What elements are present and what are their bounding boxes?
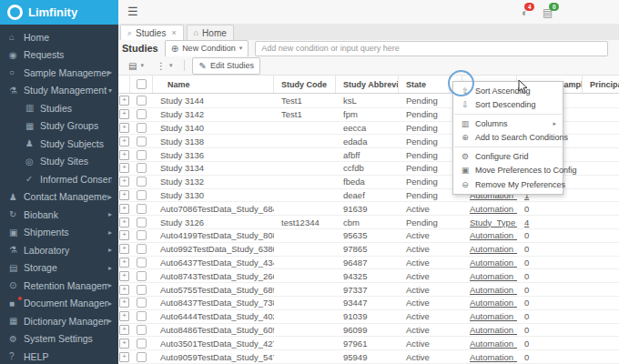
row-checkbox[interactable] <box>137 244 147 254</box>
row-checkbox[interactable] <box>137 339 147 349</box>
menu-item-configure-grid[interactable]: ⚙Configure Grid <box>453 149 563 164</box>
row-expand-icon[interactable]: + <box>119 136 129 147</box>
row-expand-icon[interactable]: + <box>119 150 129 160</box>
row-checkbox[interactable] <box>137 298 147 308</box>
study-type-link[interactable]: Automation_StudyT... <box>470 285 517 295</box>
menu-item-columns[interactable]: ▥Columns▸ <box>453 116 563 131</box>
column-header-name[interactable]: Name <box>153 76 274 93</box>
sidebar-item-laboratory[interactable]: ⚗Laboratory▸ <box>0 241 118 259</box>
menu-item-sort-ascending[interactable]: ⇧Sort Ascending <box>453 84 563 98</box>
menu-item-remove-my-preferences[interactable]: ⊖Remove My Preferences <box>453 177 563 192</box>
planned-samples-value[interactable]: 0 <box>524 258 529 268</box>
planned-samples-value[interactable]: 0 <box>524 311 529 321</box>
column-header-study-code[interactable]: Study Code <box>274 76 336 93</box>
row-expand-icon[interactable]: + <box>119 352 129 362</box>
column-header-principal-investigator[interactable]: Principal Inv <box>583 76 619 93</box>
reports-status-icon[interactable]: ▤ 0 <box>543 6 553 19</box>
column-header-study-abbreviation[interactable]: Study Abbreviation <box>336 76 399 93</box>
planned-samples-value[interactable]: 0 <box>524 285 529 295</box>
study-type-link[interactable]: Automation_StudyT... <box>470 311 517 321</box>
sidebar-item-retention-management[interactable]: ⊙Retention Management▸ <box>0 277 118 295</box>
row-expand-icon[interactable]: + <box>119 325 129 335</box>
row-expand-icon[interactable]: + <box>119 204 129 214</box>
row-checkbox[interactable] <box>137 271 147 281</box>
planned-samples-value[interactable]: 4 <box>524 217 529 228</box>
row-checkbox[interactable] <box>137 177 147 187</box>
row-expand-icon[interactable]: + <box>119 285 129 295</box>
row-expand-icon[interactable]: + <box>119 230 129 240</box>
planned-samples-value[interactable]: 0 <box>524 325 529 335</box>
row-checkbox[interactable] <box>137 109 147 119</box>
planned-samples-value[interactable]: 0 <box>524 298 529 308</box>
hamburger-menu-icon[interactable]: ☰ <box>127 5 138 18</box>
sidebar-item-storage[interactable]: ▤Storage▸ <box>0 259 118 278</box>
row-expand-icon[interactable]: + <box>119 271 129 281</box>
tab-studies[interactable]: ⌕ Studies × <box>120 25 184 40</box>
sidebar-item-dictionary-management[interactable]: ▦Dictionary Management▸ <box>0 312 118 330</box>
report-menu-button[interactable]: ▤ ▾ <box>124 59 148 73</box>
sidebar-item-study-sites[interactable]: ◎Study Sites <box>0 153 118 171</box>
row-checkbox[interactable] <box>137 217 147 228</box>
sidebar-item-study-subjects[interactable]: ♟Study Subjects <box>0 135 118 153</box>
select-all-checkbox-cell[interactable] <box>130 76 153 93</box>
row-checkbox[interactable] <box>137 150 147 160</box>
row-checkbox[interactable] <box>137 190 147 200</box>
study-type-link[interactable]: Automation_StudyT... <box>470 325 517 335</box>
row-expand-icon[interactable]: + <box>119 339 129 349</box>
row-expand-icon[interactable]: + <box>119 123 129 133</box>
row-checkbox[interactable] <box>137 311 147 321</box>
sidebar-item-study-groups[interactable]: ▦Study Groups <box>0 117 118 136</box>
planned-samples-value[interactable]: 0 <box>524 204 529 214</box>
study-type-link[interactable]: Automation_StudyT... <box>470 230 517 240</box>
row-expand-icon[interactable]: + <box>119 177 129 187</box>
row-expand-icon[interactable]: + <box>119 190 129 200</box>
row-expand-icon[interactable]: + <box>119 244 129 254</box>
study-type-link[interactable]: Automation_StudyT... <box>470 339 517 349</box>
row-checkbox[interactable] <box>137 285 147 295</box>
row-checkbox[interactable] <box>137 230 147 240</box>
planned-samples-value[interactable]: 0 <box>524 244 529 254</box>
row-expand-icon[interactable]: + <box>119 258 129 268</box>
new-condition-button[interactable]: ⊕ New Condition ▾ <box>165 40 249 57</box>
row-checkbox[interactable] <box>137 163 147 173</box>
row-checkbox[interactable] <box>137 258 147 268</box>
sidebar-item-document-management[interactable]: ■Document Management▸ <box>0 295 118 313</box>
row-expand-icon[interactable]: + <box>119 96 129 106</box>
sidebar-item-contact-management[interactable]: ♟Contact Management▸ <box>0 188 118 207</box>
tab-home[interactable]: ⌂ Home <box>187 25 234 40</box>
study-type-link[interactable]: Automation_StudyT... <box>470 244 517 254</box>
sidebar-item-biobank[interactable]: ↻Biobank▸ <box>0 206 118 224</box>
menu-item-sort-descending[interactable]: ⇩Sort Descending <box>453 98 563 113</box>
study-type-link[interactable]: Automation_StudyT... <box>470 352 517 362</box>
sidebar-item-requests[interactable]: ◉Requests <box>0 46 118 65</box>
row-checkbox[interactable] <box>137 96 147 106</box>
row-expand-icon[interactable]: + <box>119 217 129 228</box>
row-expand-icon[interactable]: + <box>119 311 129 321</box>
row-checkbox[interactable] <box>137 123 147 133</box>
row-checkbox[interactable] <box>137 136 147 147</box>
sidebar-item-system-settings[interactable]: ⚙System Settings <box>0 330 118 349</box>
study-type-link[interactable]: Study_Type_SH <box>470 217 517 228</box>
sidebar-item-help[interactable]: ?HELP <box>0 348 118 364</box>
sidebar-item-home[interactable]: ⌂Home <box>0 28 118 46</box>
row-expand-icon[interactable]: + <box>119 298 129 308</box>
edit-studies-button[interactable]: ✎ Edit Studies <box>192 57 259 75</box>
planned-samples-value[interactable]: 0 <box>524 271 529 281</box>
planned-samples-value[interactable]: 0 <box>524 352 529 362</box>
close-icon[interactable]: × <box>171 28 176 37</box>
sidebar-item-informed-consent[interactable]: ✓Informed Consent <box>0 170 118 188</box>
sidebar-item-study-management[interactable]: ⚗Study Management▾ <box>0 82 118 100</box>
menu-item-add-to-search-conditions[interactable]: ⊕Add to Search Conditions <box>453 131 563 146</box>
select-all-checkbox[interactable] <box>137 79 147 89</box>
app-logo[interactable]: Limfinity <box>0 0 118 25</box>
row-expand-icon[interactable]: + <box>119 163 129 173</box>
study-type-link[interactable]: Automation_StudyT... <box>470 271 517 281</box>
study-type-link[interactable]: Automation_StudyT... <box>470 298 517 308</box>
planned-samples-value[interactable]: 0 <box>524 230 529 240</box>
row-checkbox[interactable] <box>137 325 147 335</box>
menu-item-move-preferences-to-config[interactable]: ▣Move Preferences to Config <box>453 164 563 178</box>
study-type-link[interactable]: Automation_StudyT... <box>470 258 517 268</box>
study-type-link[interactable]: Automation_StudyT... <box>470 204 517 214</box>
row-checkbox[interactable] <box>137 204 147 214</box>
sidebar-item-studies[interactable]: ▥Studies <box>0 99 118 117</box>
